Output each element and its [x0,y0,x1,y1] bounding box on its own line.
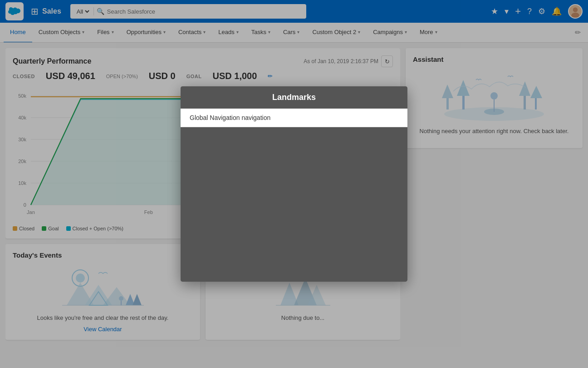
modal-overlay[interactable]: Landmarks Global Navigation navigation [0,0,588,368]
landmarks-modal: Landmarks Global Navigation navigation [181,86,407,282]
landmarks-modal-item[interactable]: Global Navigation navigation [181,109,407,127]
landmarks-modal-body [181,127,407,282]
landmarks-modal-header: Landmarks [181,86,407,109]
